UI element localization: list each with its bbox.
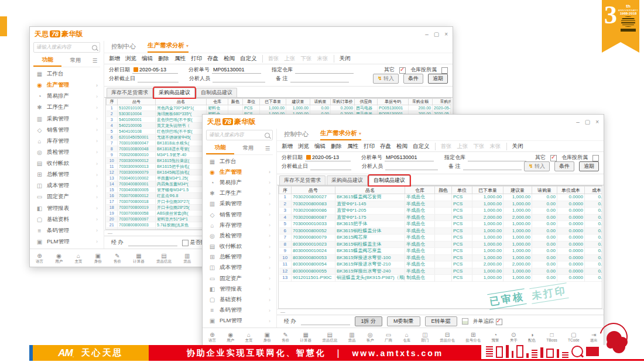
toolbar-button[interactable]: 浏览 (298, 143, 309, 150)
caret-down-icon[interactable]: ▾ (186, 43, 189, 49)
column-header[interactable]: 已下单量 (260, 99, 286, 105)
subtab[interactable]: 自制成品建议 (196, 88, 237, 97)
sidebar-item[interactable]: ▦ 工作台 (203, 156, 276, 167)
status-item[interactable]: ⌂ 仓库 (403, 332, 410, 342)
column-header[interactable]: 建议量 (503, 187, 532, 194)
table-row[interactable]: 118030000800054BK3615焊接进水弯管-210半成品仓PCS2,… (279, 261, 603, 268)
status-item[interactable]: ⇥ 退出 (590, 332, 598, 342)
warehouse-group-checkbox[interactable] (592, 155, 599, 161)
search-box[interactable]: 请输入搜索内容 (33, 42, 100, 53)
toolbar-button[interactable]: 自定义 (413, 143, 430, 150)
transfer-button[interactable]: ↯ 转入 (373, 74, 399, 84)
agent-field[interactable] (128, 239, 177, 246)
status-item[interactable]: ◉ 用户 (55, 253, 63, 263)
toolbar-button[interactable]: 存盘 (380, 143, 391, 150)
sidebar-item[interactable]: ◔ 简易排产 › (203, 177, 276, 188)
search-icon[interactable] (92, 45, 97, 50)
toolbar-button[interactable]: 关闭 (334, 55, 351, 63)
table-row[interactable]: 47030200800087直管Φ6*1-175半成品仓PCS2,000.002… (279, 214, 603, 221)
caret-down-icon[interactable]: ▾ (359, 131, 361, 136)
status-item[interactable]: ▤ 货品信息 (322, 332, 337, 342)
status-item[interactable]: ▢ TCode (568, 332, 580, 342)
status-item[interactable]: ⊕ 语言 (208, 332, 216, 342)
toolbar-button[interactable]: 属性 (174, 55, 186, 63)
column-header[interactable]: 单位 (243, 99, 260, 105)
sidebar-item[interactable]: ◧ 管理报表 › (30, 203, 104, 213)
sidebar-item[interactable]: ▢ 基础资料 › (30, 214, 104, 225)
search-icon[interactable] (265, 133, 270, 138)
memo-field[interactable] (290, 75, 349, 82)
sidebar-item[interactable]: ▭ 固定资产 › (30, 192, 104, 202)
condition-button[interactable]: 条件 (554, 161, 574, 171)
toolbar-button[interactable]: 上张 (285, 55, 296, 63)
other-checkbox[interactable] (550, 155, 557, 161)
minimize-icon[interactable]: – (425, 31, 429, 37)
subcontract-qty-button[interactable]: M委制量 (387, 316, 420, 326)
sidebar-item[interactable]: ≡ 条码管理 › (30, 225, 104, 236)
table-row[interactable]: 15102010100黑色内盒700*345*1(塑料仓PCS1,000.001… (107, 105, 452, 111)
sidebar-item[interactable]: ◇ 销售管理 › (203, 209, 276, 220)
column-header[interactable]: 采购金额 (409, 99, 433, 105)
sidebar-item[interactable]: ▤ 收付帐款 › (203, 242, 276, 252)
merge-track-checkbox[interactable] (496, 319, 502, 325)
other-checkbox[interactable] (399, 67, 406, 74)
sidebar-item[interactable]: ⊞ 总帐管理 › (30, 170, 104, 180)
tab-production-demand[interactable]: 生产需求分析▾ (148, 42, 189, 53)
table-row[interactable]: 77030000800079BK3615阀芯座半成品仓PCS1,000.001,… (279, 235, 603, 242)
column-header[interactable]: 供应商 (355, 99, 378, 105)
transfer-doc-button[interactable]: E转单据 (425, 316, 457, 326)
sidebar-item[interactable]: ≡ 条码管理 › (203, 305, 276, 316)
condition-button[interactable]: 条件 (403, 74, 423, 84)
menu-icon[interactable]: ☰ (90, 56, 100, 65)
column-header[interactable]: 单位 (452, 187, 472, 194)
transfer-button[interactable]: ↯ 转入 (524, 161, 550, 171)
toolbar-button[interactable]: 下张 (301, 55, 312, 63)
toolbar-button[interactable]: 浏览 (125, 55, 136, 63)
table-row[interactable]: 88030000010023BK3615铜柱蝶盖主体半成品仓PCS1,000.0… (279, 241, 603, 248)
column-header[interactable]: 建议量 (286, 99, 310, 105)
sidebar-item[interactable]: ◎ 质检管理 › (30, 147, 104, 157)
table-row[interactable]: 17030200800027BK3615蝶盖阀芯套筒半成品仓PCS1,000.0… (279, 194, 603, 201)
toolbar-button[interactable]: 新增 (282, 143, 293, 150)
sidebar-item[interactable]: ▥ 采购管理 › (30, 113, 104, 124)
sidebar-item[interactable]: ◎ 质检管理 › (203, 230, 276, 241)
toolbar-button[interactable]: 末张 (490, 143, 501, 150)
toolbar-button[interactable]: 检阅 (396, 143, 407, 150)
sidebar-item[interactable]: ◇ 销售管理 › (30, 125, 104, 135)
sidebar-item[interactable]: ▢ 基础资料 › (203, 295, 276, 305)
toolbar-button[interactable]: 编辑 (314, 143, 326, 150)
column-header[interactable]: 品名 (156, 99, 207, 105)
toolbar-button[interactable]: 删除 (158, 55, 169, 63)
tab-production-demand[interactable]: 生产需求分析▾ (320, 129, 361, 140)
toolbar-button[interactable]: 首张 (262, 55, 279, 63)
toolbar-button[interactable]: 编辑 (142, 55, 153, 63)
column-header[interactable]: 成本 (585, 187, 603, 194)
toolbar-button[interactable]: 关闭 (506, 143, 523, 150)
analyst-field[interactable] (385, 163, 438, 170)
sidebar-item[interactable]: ⌂ 库存管理 › (30, 136, 104, 146)
tab-control-center[interactable]: 控制中心 (284, 130, 309, 140)
order-field[interactable]: MP05130001 (212, 67, 261, 74)
splitter-handle-icon[interactable]: — (277, 309, 604, 315)
toolbar-button[interactable]: 存盘 (207, 55, 218, 63)
sidebar-item[interactable]: ▦ 工作台 (30, 69, 104, 80)
subtab[interactable]: 库存不足货需求 (279, 175, 326, 185)
status-item[interactable]: ⊕ 语言 (36, 253, 43, 263)
close-icon[interactable]: × (595, 119, 599, 125)
sidebar-item[interactable]: ▤ 收付帐款 › (30, 158, 104, 169)
column-header[interactable]: 序 (107, 99, 118, 105)
column-header[interactable]: 请购量 (532, 187, 557, 194)
table-row[interactable]: 57030000010033BK3615把手体半成品仓PCS1,000.001,… (279, 221, 603, 228)
status-item[interactable]: ▭ 厂商 (385, 332, 392, 342)
status-item[interactable]: ⊞ 批号分仓 (465, 332, 481, 342)
column-header[interactable]: 品名 (335, 187, 405, 194)
tab-common[interactable]: 常用 (234, 143, 262, 154)
tab-function[interactable]: 功能 (33, 54, 61, 67)
warehouse-field[interactable] (295, 67, 354, 74)
column-header[interactable]: 已下单量 (472, 187, 503, 194)
order-field[interactable]: MP05130001 (385, 154, 434, 161)
column-header[interactable]: 采购日 (433, 99, 452, 105)
table-row[interactable]: 27030200800083直管Φ6*1-145半成品仓PCS1,000.001… (279, 201, 603, 208)
toolbar-button[interactable]: 上张 (457, 143, 468, 150)
status-item[interactable]: ◎ 客户 (366, 332, 374, 342)
